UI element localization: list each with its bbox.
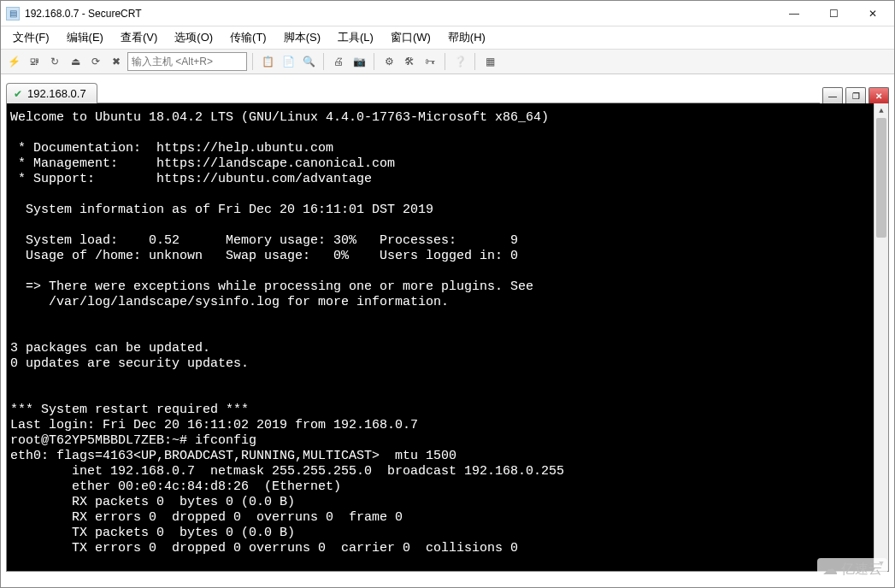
reconnect-icon[interactable]: ↻ [45, 52, 64, 71]
maximize-button[interactable]: ☐ [814, 1, 853, 26]
connect-icon[interactable]: 🖳 [25, 52, 44, 71]
menu-script[interactable]: 脚本(S) [277, 28, 327, 47]
cloud-icon: ☁ [822, 560, 838, 579]
menu-view[interactable]: 查看(V) [114, 28, 164, 47]
scroll-up-icon[interactable]: ▲ [874, 103, 888, 118]
find-icon[interactable]: 🔍 [299, 52, 318, 71]
menu-tools[interactable]: 工具(L) [331, 28, 380, 47]
tab-minimize-button[interactable]: — [822, 87, 843, 103]
window-title: 192.168.0.7 - SecureCRT [25, 8, 142, 20]
menu-edit[interactable]: 编辑(E) [60, 28, 110, 47]
terminal[interactable]: Welcome to Ubuntu 18.04.2 LTS (GNU/Linux… [6, 103, 889, 572]
menu-options[interactable]: 选项(O) [168, 28, 220, 47]
toggle-terminal-icon[interactable]: ▦ [480, 52, 499, 71]
quick-connect-icon[interactable]: ⚡ [4, 52, 23, 71]
reconnect-all-icon[interactable]: ⟳ [86, 52, 105, 71]
disconnect-all-icon[interactable]: ✖ [107, 52, 126, 71]
global-options-icon[interactable]: 🛠 [400, 52, 419, 71]
copy-icon[interactable]: 📋 [258, 52, 277, 71]
toolbar: ⚡ 🖳 ↻ ⏏ ⟳ ✖ 📋 📄 🔍 🖨 📷 ⚙ 🛠 🗝 ❔ ▦ [1, 49, 894, 74]
scroll-track[interactable] [874, 118, 888, 556]
tab-close-button[interactable]: ✕ [869, 87, 889, 103]
session-options-icon[interactable]: ⚙ [380, 52, 398, 71]
keymap-icon[interactable]: 🗝 [421, 52, 439, 71]
tab-restore-button[interactable]: ❐ [845, 87, 866, 103]
menu-help[interactable]: 帮助(H) [441, 28, 492, 47]
scroll-thumb[interactable] [876, 118, 886, 238]
connected-check-icon: ✔ [14, 88, 22, 100]
tab-label: 192.168.0.7 [27, 87, 86, 100]
menubar: 文件(F) 编辑(E) 查看(V) 选项(O) 传输(T) 脚本(S) 工具(L… [1, 26, 894, 49]
tab-strip: ✔ 192.168.0.7 — ❐ ✕ [6, 79, 889, 103]
paste-icon[interactable]: 📄 [279, 52, 297, 71]
menu-transfer[interactable]: 传输(T) [223, 28, 274, 47]
session-tab[interactable]: ✔ 192.168.0.7 [6, 83, 97, 103]
menu-window[interactable]: 窗口(W) [384, 28, 438, 47]
watermark: ☁ 亿速云 [817, 558, 887, 580]
help-icon[interactable]: ❔ [450, 52, 469, 71]
close-button[interactable]: ✕ [853, 1, 892, 26]
terminal-output[interactable]: Welcome to Ubuntu 18.04.2 LTS (GNU/Linux… [7, 103, 874, 571]
minimize-button[interactable]: — [774, 1, 814, 26]
print-icon[interactable]: 🖨 [329, 52, 348, 71]
watermark-text: 亿速云 [841, 561, 882, 579]
terminal-scrollbar[interactable]: ▲ ▼ [874, 103, 888, 571]
menu-file[interactable]: 文件(F) [6, 28, 56, 47]
screenshot-icon[interactable]: 📷 [350, 52, 368, 71]
app-icon: ▤ [6, 7, 20, 21]
host-input[interactable] [127, 52, 247, 71]
window-titlebar: ▤ 192.168.0.7 - SecureCRT — ☐ ✕ [1, 1, 894, 26]
disconnect-icon[interactable]: ⏏ [66, 52, 85, 71]
